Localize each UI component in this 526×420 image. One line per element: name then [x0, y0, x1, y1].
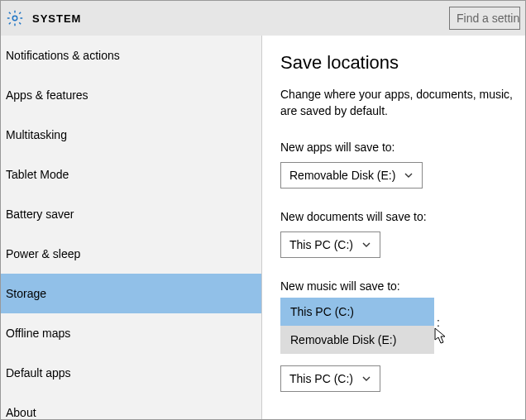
dropdown[interactable]: This PC (C:)	[280, 231, 380, 258]
sidebar-item-offline-maps[interactable]: Offline maps	[1, 313, 261, 353]
gear-icon	[6, 9, 24, 27]
sidebar-item-label: Offline maps	[6, 327, 70, 340]
sidebar-item-default-apps[interactable]: Default apps	[1, 353, 261, 393]
dropdown-value: Removable Disk (E:)	[289, 169, 395, 182]
dropdown-option[interactable]: Removable Disk (E:)	[280, 326, 434, 354]
main-content: Save locations Change where your apps, d…	[262, 36, 525, 419]
dropdown[interactable]: This PC (C:)	[280, 365, 380, 392]
dropdown-value: This PC (C:)	[289, 372, 353, 385]
page-title: Save locations	[280, 52, 525, 74]
search-input[interactable]: Find a setting	[449, 7, 520, 30]
field-label: New apps will save to:	[280, 141, 525, 154]
sidebar-item-tablet-mode[interactable]: Tablet Mode	[1, 155, 261, 194]
sidebar-item-storage[interactable]: Storage	[1, 274, 261, 313]
sidebar-item-multitasking[interactable]: Multitasking	[1, 115, 261, 155]
svg-point-0	[12, 16, 17, 21]
dropdown-option[interactable]: This PC (C:)	[280, 298, 434, 326]
sidebar-item-label: Battery saver	[6, 208, 74, 221]
sidebar-item-label: Default apps	[6, 366, 71, 379]
sidebar-item-battery-saver[interactable]: Battery saver	[1, 194, 261, 234]
obscured-text-fragment: :	[437, 316, 440, 329]
field-label: New music will save to:	[280, 279, 525, 293]
cursor-icon	[434, 327, 449, 348]
header-bar: SYSTEM Find a setting	[1, 1, 525, 36]
dropdown[interactable]: Removable Disk (E:)	[280, 162, 423, 189]
sidebar: Notifications & actionsApps & featuresMu…	[1, 36, 262, 419]
search-placeholder: Find a setting	[457, 12, 520, 25]
dropdown-value: This PC (C:)	[289, 238, 353, 251]
sidebar-item-power-sleep[interactable]: Power & sleep	[1, 234, 261, 274]
sidebar-item-label: Multitasking	[6, 128, 67, 141]
sidebar-item-label: About	[6, 406, 36, 419]
sidebar-item-about[interactable]: About	[1, 393, 261, 420]
dropdown-options: This PC (C:)Removable Disk (E:)	[280, 298, 525, 354]
sidebar-item-notifications-actions[interactable]: Notifications & actions	[1, 36, 261, 75]
chevron-down-icon	[361, 240, 371, 250]
sidebar-item-label: Notifications & actions	[6, 49, 120, 62]
chevron-down-icon	[361, 374, 371, 384]
sidebar-item-label: Apps & features	[6, 88, 88, 102]
sidebar-item-label: Power & sleep	[6, 247, 80, 260]
page-description: Change where your apps, documents, music…	[280, 87, 525, 119]
sidebar-item-apps-features[interactable]: Apps & features	[1, 75, 261, 115]
sidebar-item-label: Storage	[6, 287, 46, 300]
chevron-down-icon	[404, 170, 414, 180]
header-title: SYSTEM	[32, 12, 81, 25]
field-label: New documents will save to:	[280, 210, 525, 223]
sidebar-item-label: Tablet Mode	[6, 168, 69, 181]
